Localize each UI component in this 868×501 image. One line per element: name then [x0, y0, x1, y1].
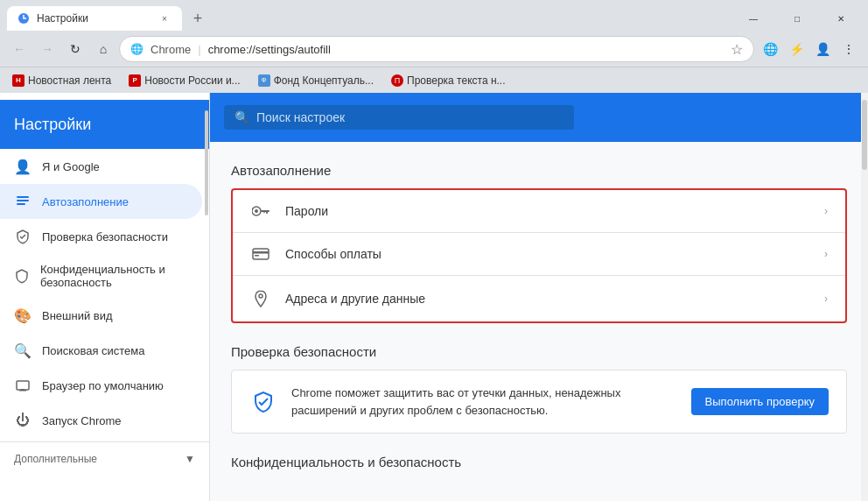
content-area: 🔍 Поиск настроек Автозаполнение: [210, 93, 868, 501]
bookmark-item-news2[interactable]: Р Новости России и...: [123, 73, 245, 88]
profile-button[interactable]: 👤: [810, 37, 835, 61]
maximize-button[interactable]: □: [777, 6, 817, 31]
sidebar: Настройки 👤 Я и Google Автозаполнение: [0, 93, 210, 501]
run-security-check-button[interactable]: Выполнить проверку: [691, 388, 829, 415]
bookmark-star-icon[interactable]: ☆: [731, 41, 743, 58]
menu-button[interactable]: ⋮: [836, 37, 861, 61]
back-button[interactable]: ←: [7, 37, 32, 61]
refresh-button[interactable]: ↻: [63, 37, 88, 61]
active-tab[interactable]: Настройки ×: [7, 6, 182, 31]
sidebar-label-me-google: Я и Google: [42, 160, 100, 173]
privacy-section-title: Конфиденциальность и безопасность: [231, 455, 847, 469]
search-placeholder: Поиск настроек: [256, 110, 345, 124]
autofill-icon: [14, 194, 32, 209]
bookmark-item-news1[interactable]: Н Новостная лента: [7, 73, 116, 88]
sidebar-extra-section[interactable]: Дополнительные ▼: [0, 446, 209, 472]
bookmark-favicon-fond: Ф: [258, 74, 270, 87]
sidebar-extra-arrow: ▼: [185, 453, 195, 465]
svg-point-8: [255, 209, 258, 213]
addresses-item[interactable]: Адреса и другие данные ›: [233, 276, 845, 321]
sidebar-item-security-check[interactable]: Проверка безопасности: [0, 219, 209, 254]
bookmark-label-check: Проверка текста н...: [407, 74, 506, 87]
address-separator: |: [198, 43, 200, 56]
sidebar-label-default-browser: Браузер по умолчанию: [42, 379, 164, 392]
new-tab-button[interactable]: +: [186, 6, 210, 31]
globe-button[interactable]: 🌐: [758, 37, 782, 61]
forward-button[interactable]: →: [35, 37, 60, 61]
window-controls: — □ ✕: [733, 6, 861, 31]
close-button[interactable]: ✕: [821, 6, 861, 31]
sidebar-item-search-engine[interactable]: 🔍 Поисковая система: [0, 333, 209, 368]
bookmarks-bar: Н Новостная лента Р Новости России и... …: [0, 67, 868, 93]
svg-rect-6: [21, 389, 24, 391]
sidebar-label-autofill: Автозаполнение: [42, 195, 129, 208]
content-scroll-thumb: [862, 100, 867, 170]
search-icon: 🔍: [234, 110, 249, 124]
security-section-title: Проверка безопасности: [231, 344, 847, 359]
security-section: Chrome поможет защитить вас от утечки да…: [231, 370, 847, 434]
minimize-button[interactable]: —: [733, 6, 774, 31]
bookmark-favicon-check: П: [391, 74, 403, 87]
security-card: Chrome поможет защитить вас от утечки да…: [231, 370, 847, 434]
svg-point-15: [259, 294, 262, 298]
sidebar-header: Настройки: [0, 100, 209, 149]
sidebar-divider: [0, 441, 209, 442]
toolbar-right: 🌐 ⚡ 👤 ⋮: [758, 37, 861, 61]
startup-icon: ⏻: [14, 413, 32, 428]
tab-close-button[interactable]: ×: [158, 11, 172, 25]
privacy-icon: [14, 268, 30, 284]
search-input-wrapper[interactable]: 🔍 Поиск настроек: [224, 105, 574, 130]
bookmark-favicon-news1: Н: [12, 74, 24, 87]
tab-favicon: [18, 12, 30, 25]
sidebar-item-appearance[interactable]: 🎨 Внешний вид: [0, 298, 209, 333]
payment-arrow: ›: [824, 248, 828, 260]
sidebar-item-privacy[interactable]: Конфиденциальность и безопасность: [0, 254, 209, 298]
bookmark-item-check[interactable]: П Проверка текста н...: [386, 73, 511, 88]
sidebar-item-startup[interactable]: ⏻ Запуск Chrome: [0, 403, 209, 438]
passwords-label: Пароли: [285, 204, 810, 218]
svg-rect-1: [17, 196, 29, 198]
addresses-arrow: ›: [824, 293, 828, 305]
sidebar-label-startup: Запуск Chrome: [42, 414, 122, 427]
extensions-button[interactable]: ⚡: [784, 37, 808, 61]
search-engine-icon: 🔍: [14, 342, 32, 359]
sidebar-scrollbar[interactable]: [204, 93, 209, 501]
secure-icon: 🌐: [130, 43, 144, 55]
main-container: Настройки 👤 Я и Google Автозаполнение: [0, 93, 868, 501]
svg-rect-2: [17, 200, 29, 201]
address-bar[interactable]: 🌐 Chrome | chrome://settings/autofill ☆: [119, 36, 754, 62]
autofill-box: Пароли › Способы оплаты ›: [231, 188, 847, 323]
address-brand: Chrome: [150, 43, 191, 56]
payment-label: Способы оплаты: [285, 247, 810, 261]
autofill-section-title: Автозаполнение: [231, 163, 847, 178]
sidebar-label-search-engine: Поисковая система: [42, 344, 145, 357]
bookmark-label-fond: Фонд Концептуаль...: [274, 74, 374, 87]
bookmark-label-news2: Новости России и...: [144, 74, 240, 87]
tab-title: Настройки: [37, 12, 150, 25]
svg-rect-4: [17, 381, 29, 390]
bookmark-item-fond[interactable]: Ф Фонд Концептуаль...: [253, 73, 379, 88]
security-card-text: Chrome поможет защитить вас от утечки да…: [291, 385, 677, 419]
default-browser-icon: [14, 378, 32, 393]
svg-rect-13: [253, 251, 269, 254]
bookmark-favicon-news2: Р: [129, 74, 141, 87]
passwords-item[interactable]: Пароли ›: [233, 190, 845, 233]
svg-rect-10: [266, 210, 268, 214]
content-scrollbar[interactable]: [861, 93, 868, 501]
home-button[interactable]: ⌂: [91, 37, 116, 61]
sidebar-extra-label: Дополнительные: [14, 453, 97, 465]
settings-search-bar: 🔍 Поиск настроек: [210, 93, 868, 142]
sidebar-item-me-google[interactable]: 👤 Я и Google: [0, 149, 209, 184]
passwords-arrow: ›: [824, 205, 828, 217]
sidebar-item-default-browser[interactable]: Браузер по умолчанию: [0, 368, 209, 403]
sidebar-label-security-check: Проверка безопасности: [42, 230, 168, 243]
svg-rect-12: [253, 249, 269, 259]
payment-item[interactable]: Способы оплаты ›: [233, 233, 845, 276]
security-check-icon: [14, 229, 32, 244]
sidebar-item-autofill[interactable]: Автозаполнение: [0, 184, 202, 219]
navigation-bar: ← → ↻ ⌂ 🌐 Chrome | chrome://settings/aut…: [0, 32, 868, 67]
me-google-icon: 👤: [14, 159, 32, 175]
sidebar-label-appearance: Внешний вид: [42, 309, 113, 322]
sidebar-label-privacy: Конфиденциальность и безопасность: [40, 263, 195, 289]
svg-rect-3: [17, 203, 25, 205]
